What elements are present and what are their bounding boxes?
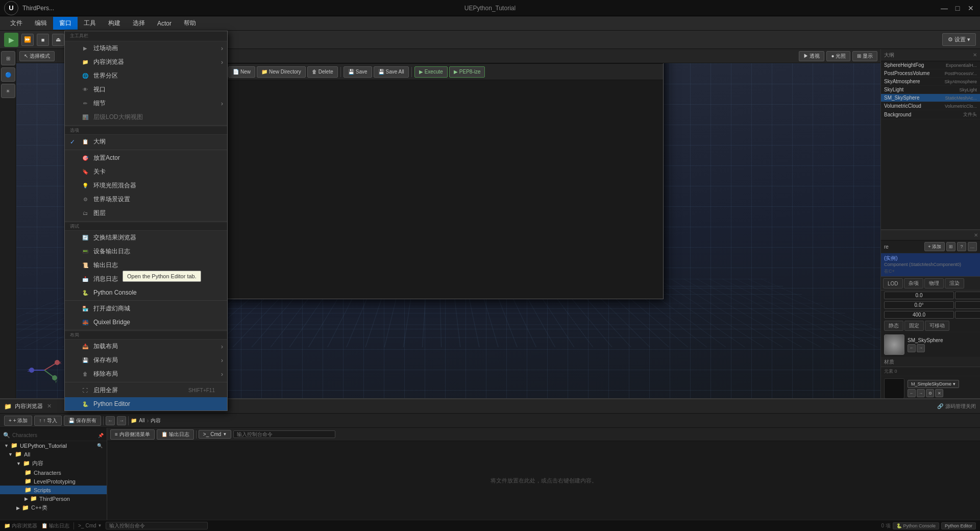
menu-output-log[interactable]: 📜 输出日志 [65,258,227,272]
menu-python-editor[interactable]: 🐍 Python Editor [65,397,227,411]
search-icon[interactable]: 🔍 [3,432,10,439]
fixed-btn[interactable]: 固定 [904,321,924,331]
tree-item-chars[interactable]: 📁 Characters [0,468,107,477]
python-console-status[interactable]: 🐍 Python Console [893,522,939,529]
search-uepy[interactable]: 🔍 [97,443,103,448]
menu-item-select[interactable]: 选择 [127,17,151,30]
outliner-row-4[interactable]: SM_SkySphere StaticMeshAc... [881,94,980,102]
menu-item-file[interactable]: 文件 [4,17,29,30]
tree-item-scripts[interactable]: 📁 Scripts [0,486,107,494]
menu-fullscreen[interactable]: ⛶ 启用全屏 SHIFT+F11 [65,383,227,397]
collect-btn[interactable]: 📌 [98,433,104,438]
menu-viewport[interactable]: 👁 视口 [65,83,227,96]
output-log-btn[interactable]: 📋 输出日志 [157,429,194,440]
breadcrumb-all[interactable]: All [139,418,144,423]
python-editor-status[interactable]: Python Editor [941,522,976,529]
minimize-button[interactable]: — [939,3,949,13]
breadcrumb-fwd[interactable]: → [117,416,126,425]
static-btn[interactable]: 静态 [884,321,903,331]
menu-layers[interactable]: 🗂 图层 [65,206,227,220]
show-button[interactable]: ⊞ 显示 [852,51,877,61]
lod-tab-misc[interactable]: 杂项 [904,278,923,288]
lod-tab-physics[interactable]: 物理 [924,278,944,288]
menu-details[interactable]: ✏ 细节 › [65,96,227,110]
py-execute-btn[interactable]: ▶ Execute [414,66,448,78]
py-save-all-btn[interactable]: 💾 Save All [374,66,409,78]
mat-btn-3[interactable]: ⚙ [926,389,934,397]
loc-x[interactable] [884,292,954,299]
status-cmd-input[interactable] [106,522,208,529]
menu-python-console[interactable]: 🐍 Python Console [65,286,227,299]
eject-button[interactable]: ⏏ [52,34,64,46]
menu-remove-layout[interactable]: 🗑 移除布局 › [65,367,227,381]
python-editor-content[interactable] [164,80,663,299]
status-output-btn[interactable]: 📋 输出日志 [41,522,69,529]
rot-x[interactable] [884,301,954,309]
menu-outline[interactable]: ✓ 📋 大纲 [65,135,227,149]
loc-y[interactable] [955,292,980,299]
movable-btn[interactable]: 可移动 [925,321,949,331]
menu-quixel[interactable]: 🌉 Quixel Bridge [65,316,227,329]
cmd-btn[interactable]: >_ Cmd ▼ [199,430,231,439]
mat-btn-4[interactable]: ✕ [935,389,943,397]
cb-close-btn[interactable]: ✕ [47,403,52,409]
outliner-row-5[interactable]: VolumetricCloud VolumetricClo... [881,102,980,110]
menu-message-log[interactable]: 📩 消息日志 [65,272,227,286]
py-save-single-btn[interactable]: 💾 Save [344,66,372,78]
menu-level-lod[interactable]: 📊 层级LOD大纲视图 [65,110,227,124]
mode-btn-2[interactable]: 🔵 [1,67,15,82]
mode-btn-3[interactable]: ☀ [1,84,15,98]
py-pep8-btn[interactable]: ▶ PEP8-ize [449,66,485,78]
menu-bookmark[interactable]: 🔖 关卡 [65,165,227,179]
play-button[interactable]: ▶ [4,33,18,47]
menu-device-output[interactable]: 📟 设备输出日志 [65,245,227,258]
menu-item-window[interactable]: 窗口 [53,17,78,30]
outliner-row-0[interactable]: SphereHeightFog ExponentialH... [881,61,980,69]
scale-x[interactable] [884,311,954,319]
breadcrumb-content[interactable]: 内容 [151,417,161,424]
menu-item-help[interactable]: 帮助 [178,17,202,30]
outliner-row-6[interactable]: Background 文件头 [881,110,980,119]
cb-import-btn[interactable]: ↑ ↑ 导入 [34,416,62,426]
cb-add-btn[interactable]: + + 添加 [4,416,32,426]
stop-button[interactable]: ■ [37,34,49,46]
content-sidebar-btn[interactable]: ≡ 内容侧清菜单 [110,429,155,440]
menu-place-actor[interactable]: 🎯 放置Actor [65,151,227,165]
details-icon-btn-1[interactable]: ⊞ [946,242,955,251]
lod-tab-render[interactable]: 渲染 [945,278,964,288]
outliner-row-1[interactable]: PostProcessVolume PostProcessV... [881,69,980,78]
add-component-btn[interactable]: + 添加 [924,242,945,251]
rot-y[interactable] [955,301,980,309]
menu-env-light[interactable]: 💡 环境光照混合器 [65,179,227,192]
close-button[interactable]: ✕ [966,3,976,13]
menu-swap-results[interactable]: 🔄 交换结果浏览器 [65,231,227,245]
step-button[interactable]: ⏩ [21,34,34,46]
panel-close-icon[interactable]: ✕ [973,52,977,58]
tree-item-uepy[interactable]: ▼ 📁 UEPython_Tutorial 🔍 [0,441,107,450]
py-delete-btn[interactable]: 🗑 Delete [307,66,338,78]
cmd-input[interactable] [233,430,335,438]
outliner-row-3[interactable]: SkyLight SkyLight [881,86,980,94]
breadcrumb-back[interactable]: ← [106,416,115,425]
mesh-nav-1[interactable]: ← [908,344,916,352]
menu-item-actor[interactable]: Actor [151,18,178,29]
menu-save-layout[interactable]: 💾 保存布局 › [65,353,227,367]
perspective-button[interactable]: ▶ 透视 [799,51,825,61]
details-icon-btn-2[interactable]: ? [957,242,966,251]
outliner-row-2[interactable]: SkyAtmosphere SkyAtmosphere [881,78,980,86]
material-selector[interactable]: M_SimpleSkyDome ▾ [908,380,959,388]
maximize-button[interactable]: □ [952,3,963,13]
select-mode-button[interactable]: ↖ 选择模式 [19,51,55,61]
cb-save-all-btn[interactable]: 💾 保存所有 [64,416,101,426]
content-area[interactable]: ≡ 内容侧清菜单 📋 输出日志 >_ Cmd ▼ [107,428,980,520]
py-new-btn[interactable]: 📄 New [228,66,255,78]
menu-item-build[interactable]: 构建 [102,17,127,30]
settings-button[interactable]: ⚙ 设置 ▾ [942,33,976,46]
details-close-btn[interactable]: ✕ [974,232,978,238]
lit-button[interactable]: ● 光照 [826,51,850,61]
status-cmd-btn[interactable]: >_ Cmd ▼ [78,523,102,528]
mode-btn-1[interactable]: ⊞ [1,51,15,65]
menu-world-settings[interactable]: ⚙ 世界场景设置 [65,192,227,206]
menu-load-layout[interactable]: 📥 加载布局 › [65,340,227,353]
menu-marketplace[interactable]: 🏪 打开虚幻商城 [65,302,227,316]
